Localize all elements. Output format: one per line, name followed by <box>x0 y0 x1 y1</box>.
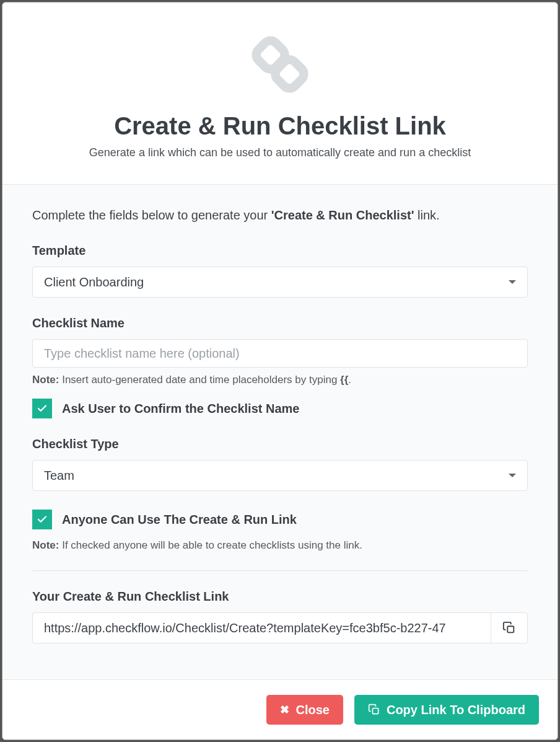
modal-title: Create & Run Checklist Link <box>27 112 533 140</box>
template-label: Template <box>32 244 528 258</box>
checklist-name-label: Checklist Name <box>32 316 528 330</box>
checklist-type-label: Checklist Type <box>32 437 528 451</box>
link-row: https://app.checkflow.io/Checklist/Creat… <box>32 612 528 643</box>
intro-bold: 'Create & Run Checklist' <box>271 208 414 222</box>
chevron-down-icon <box>509 474 516 477</box>
checklist-type-select[interactable]: Team <box>32 460 528 491</box>
confirm-name-label: Ask User to Confirm the Checklist Name <box>62 402 299 416</box>
chevron-down-icon <box>509 280 516 284</box>
note-label: Note: <box>32 374 59 386</box>
copy-icon <box>502 621 516 635</box>
checklist-name-input[interactable] <box>32 339 528 368</box>
modal-subtitle: Generate a link which can be used to aut… <box>27 146 533 159</box>
generated-link-input[interactable]: https://app.checkflow.io/Checklist/Creat… <box>32 612 491 643</box>
note-label: Note: <box>32 539 59 551</box>
create-run-link-modal: Create & Run Checklist Link Generate a l… <box>2 2 558 740</box>
svg-rect-2 <box>507 626 514 632</box>
anyone-row: Anyone Can Use The Create & Run Link <box>32 510 528 529</box>
intro-prefix: Complete the fields below to generate yo… <box>32 208 271 222</box>
divider <box>32 570 528 571</box>
note-text: Insert auto-generated date and time plac… <box>59 374 340 386</box>
checklist-type-field: Checklist Type Team <box>32 437 528 491</box>
modal-footer: ✖ Close Copy Link To Clipboard <box>2 679 558 740</box>
intro-text: Complete the fields below to generate yo… <box>32 208 528 223</box>
link-field: Your Create & Run Checklist Link https:/… <box>32 590 528 643</box>
close-icon: ✖ <box>280 703 289 717</box>
checklist-type-value: Team <box>44 469 74 483</box>
intro-suffix: link. <box>414 208 439 222</box>
modal-body: Complete the fields below to generate yo… <box>2 184 558 679</box>
template-value: Client Onboarding <box>44 275 144 289</box>
link-label: Your Create & Run Checklist Link <box>32 590 528 604</box>
close-label: Close <box>295 703 329 717</box>
confirm-name-checkbox[interactable] <box>32 399 52 418</box>
copy-label: Copy Link To Clipboard <box>387 703 525 717</box>
anyone-label: Anyone Can Use The Create & Run Link <box>62 513 297 527</box>
chain-link-icon <box>27 30 533 101</box>
svg-rect-3 <box>372 709 378 714</box>
close-button[interactable]: ✖ Close <box>266 695 343 725</box>
note-text: If checked anyone will be able to create… <box>59 539 362 551</box>
checklist-name-field: Checklist Name Note: Insert auto-generat… <box>32 316 528 386</box>
template-select[interactable]: Client Onboarding <box>32 267 528 298</box>
copy-link-button-inline[interactable] <box>491 612 528 643</box>
modal-header: Create & Run Checklist Link Generate a l… <box>2 2 558 184</box>
note-code: {{ <box>340 374 348 386</box>
copy-to-clipboard-button[interactable]: Copy Link To Clipboard <box>354 695 539 725</box>
copy-icon <box>368 704 380 716</box>
confirm-name-row: Ask User to Confirm the Checklist Name <box>32 399 528 418</box>
generated-link-text: https://app.checkflow.io/Checklist/Creat… <box>44 621 446 635</box>
checklist-name-note: Note: Insert auto-generated date and tim… <box>32 374 528 386</box>
anyone-note: Note: If checked anyone will be able to … <box>32 539 528 552</box>
note-after: . <box>348 374 351 386</box>
template-field: Template Client Onboarding <box>32 244 528 298</box>
anyone-checkbox[interactable] <box>32 510 52 529</box>
